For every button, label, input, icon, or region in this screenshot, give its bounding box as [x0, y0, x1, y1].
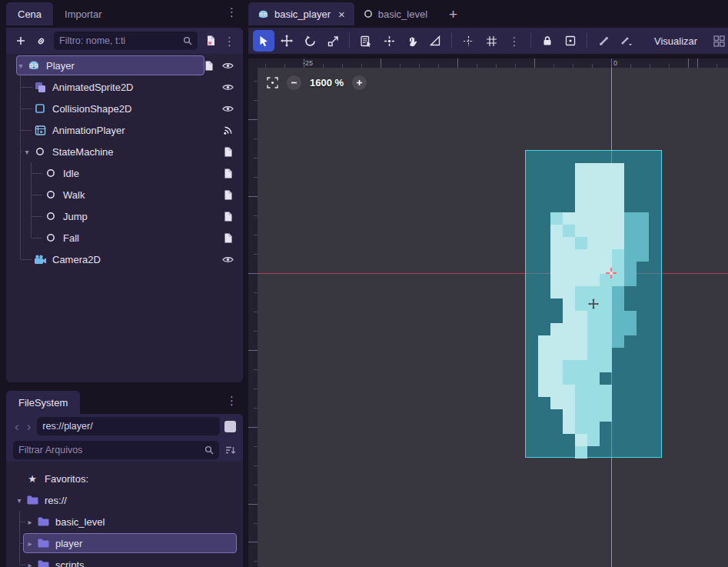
filesystem-header: FileSystem ⋮	[0, 389, 248, 414]
script-icon[interactable]	[202, 61, 214, 71]
fs-row-scripts[interactable]: ▸ scripts	[6, 554, 243, 567]
filesystem-dock: ‹ ›	[6, 414, 243, 567]
scene-filter-input[interactable]	[59, 35, 183, 46]
lock-button[interactable]	[537, 30, 558, 52]
layout-grid-icon[interactable]	[708, 30, 728, 52]
eye-icon[interactable]	[221, 105, 234, 113]
history-back-icon[interactable]: ‹	[13, 420, 21, 433]
horizontal-ruler: -25 0	[258, 58, 728, 68]
sort-files-icon[interactable]	[225, 445, 236, 455]
snap-options-icon[interactable]: ⋮	[504, 30, 525, 52]
node-label: StateMachine	[52, 146, 114, 158]
file-filter-input[interactable]	[18, 445, 204, 455]
chevron-down-icon[interactable]: ▾	[15, 62, 26, 70]
close-icon[interactable]: ×	[338, 8, 345, 21]
chevron-right-icon[interactable]: ▸	[25, 518, 35, 526]
tree-row-statemachine[interactable]: ▾ StateMachine	[6, 141, 243, 162]
group-button[interactable]	[560, 30, 581, 52]
folder-icon	[25, 495, 40, 505]
tree-row-camera2d[interactable]: Camera2D	[6, 248, 243, 270]
fs-label: scripts	[55, 559, 85, 567]
eye-icon[interactable]	[221, 255, 234, 264]
scene-tab-basic-level[interactable]: basic_level	[354, 2, 437, 25]
zoom-out-button[interactable]	[287, 75, 301, 90]
select-tool-button[interactable]	[253, 30, 274, 52]
zoom-in-button[interactable]	[352, 75, 367, 90]
tree-row-walk[interactable]: Walk	[6, 184, 243, 205]
instance-scene-button[interactable]	[34, 34, 48, 48]
add-node-button[interactable]	[14, 34, 28, 48]
animation-player-icon	[32, 125, 48, 136]
list-select-tool-button[interactable]	[355, 30, 377, 52]
script-icon[interactable]	[221, 190, 234, 200]
script-icon[interactable]	[221, 212, 234, 222]
tab-cena[interactable]: Cena	[6, 2, 53, 25]
camera-icon	[32, 255, 48, 265]
tree-row-collisionshape2d[interactable]: CollisionShape2D	[6, 98, 243, 119]
script-icon[interactable]	[221, 147, 234, 157]
fs-row-player[interactable]: ▸ player	[6, 532, 243, 554]
script-icon[interactable]	[221, 168, 234, 178]
script-icon[interactable]	[221, 233, 234, 243]
origin-dot	[610, 272, 613, 275]
canvas-2d[interactable]: 1600 %	[258, 68, 728, 567]
scene-menu-icon[interactable]: ⋮	[224, 35, 235, 47]
folder-icon	[35, 539, 51, 548]
pan-tool-button[interactable]	[401, 30, 423, 52]
pivot-tool-button[interactable]	[378, 30, 400, 52]
selected-row-highlight	[16, 55, 204, 75]
grid-snap-button[interactable]	[480, 30, 502, 52]
eye-icon[interactable]	[221, 62, 234, 70]
main-area: basic_player × basic_level +	[248, 0, 728, 567]
clear-script-icon[interactable]	[204, 34, 218, 48]
smart-snap-button[interactable]	[457, 30, 479, 52]
fs-row-favorites[interactable]: ★ Favoritos:	[6, 468, 243, 489]
ruler-tool-button[interactable]	[424, 30, 446, 52]
fs-row-basic-level[interactable]: ▸ basic_level	[6, 511, 243, 532]
tree-row-player[interactable]: ▾ Player	[6, 55, 243, 76]
toggle-split-mode-button[interactable]	[224, 421, 236, 432]
tree-row-idle[interactable]: Idle	[6, 162, 243, 184]
tree-row-fall[interactable]: Fall	[6, 227, 243, 248]
onion-skin-waves-icon[interactable]	[221, 125, 234, 135]
new-scene-tab-icon[interactable]: +	[444, 6, 462, 25]
filesystem-nav: ‹ ›	[6, 414, 243, 439]
skeleton-button[interactable]	[593, 30, 614, 52]
eye-icon[interactable]	[221, 83, 234, 92]
tab-importar[interactable]: Importar	[53, 2, 113, 25]
move-tool-button[interactable]	[276, 30, 298, 52]
tree-row-animationplayer[interactable]: AnimationPlayer	[6, 119, 243, 141]
ruler-label: 0	[613, 59, 617, 67]
node-label: AnimatedSprite2D	[52, 82, 134, 93]
current-path-input[interactable]	[42, 421, 214, 432]
view-menu-button[interactable]: Visualizar	[647, 35, 705, 47]
rotate-tool-button[interactable]	[299, 30, 321, 52]
scene-tab-basic-player[interactable]: basic_player ×	[248, 2, 354, 25]
tree-row-animatedsprite2d[interactable]: AnimatedSprite2D	[6, 76, 243, 98]
skeleton-options-button[interactable]	[616, 30, 637, 52]
viewport-2d: -25 0	[248, 54, 728, 567]
filesystem-tab[interactable]: FileSystem	[6, 391, 80, 414]
scene-tabbar: basic_player × basic_level +	[248, 0, 728, 25]
toolbar-separator	[451, 33, 452, 48]
dock-menu-icon[interactable]: ⋮	[226, 6, 238, 18]
chevron-right-icon[interactable]: ▸	[25, 561, 35, 567]
chevron-right-icon[interactable]: ▸	[25, 539, 35, 548]
fs-row-res[interactable]: ▾ res://	[6, 489, 243, 511]
path-field	[37, 417, 220, 435]
tree-row-jump[interactable]: Jump	[6, 205, 243, 227]
scale-tool-button[interactable]	[322, 30, 344, 52]
zoom-level-label[interactable]: 1600 %	[310, 77, 344, 88]
chevron-down-icon[interactable]: ▾	[22, 148, 32, 156]
search-icon	[183, 36, 192, 45]
godot-node-icon	[26, 59, 42, 72]
move-gizmo-icon[interactable]	[588, 299, 599, 312]
history-forward-icon[interactable]: ›	[25, 420, 33, 433]
node-label: AnimationPlayer	[52, 125, 125, 136]
filesystem-menu-icon[interactable]: ⋮	[226, 395, 238, 406]
folder-icon	[35, 560, 51, 567]
center-screen-icon[interactable]	[267, 77, 278, 88]
scene-dock-tabbar: Cena Importar ⋮	[0, 0, 248, 25]
chevron-down-icon[interactable]: ▾	[14, 496, 25, 505]
scene-tab-label: basic_level	[378, 8, 427, 20]
